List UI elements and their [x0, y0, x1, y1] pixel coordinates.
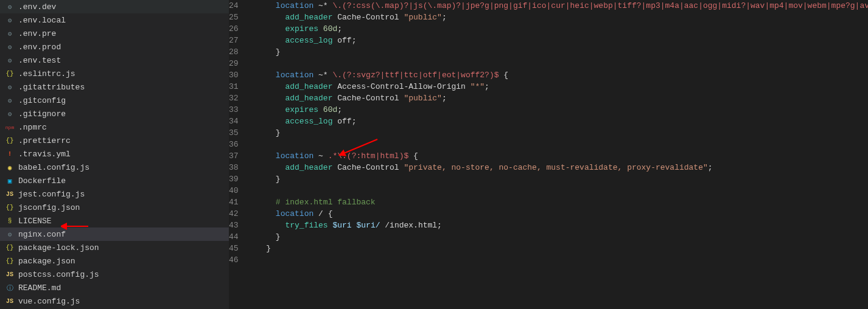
- line-number: 24: [229, 0, 239, 12]
- file-name-label: .travis.yml: [18, 150, 71, 159]
- file-item-package-lock-json[interactable]: {}package-lock.json: [0, 241, 229, 254]
- file-item-nginx-conf[interactable]: ⚙nginx.conf: [0, 227, 229, 241]
- file-name-label: README.md: [18, 283, 61, 293]
- code-line[interactable]: }: [257, 127, 868, 139]
- line-number: 30: [229, 69, 239, 81]
- code-line[interactable]: [257, 139, 868, 150]
- code-line[interactable]: location ~* \.(?:svgz?|ttf|ttc|otf|eot|w…: [257, 69, 868, 81]
- file-name-label: jsconfig.json: [18, 203, 80, 212]
- line-number: 46: [229, 254, 239, 266]
- gear-icon: ⚙: [5, 55, 15, 65]
- file-name-label: jest.config.js: [18, 190, 85, 199]
- json-icon: {}: [5, 243, 15, 252]
- code-line[interactable]: expires 60d;: [257, 23, 868, 35]
- file-item--npmrc[interactable]: npm.npmrc: [0, 120, 229, 134]
- file-name-label: vue.config.js: [18, 297, 80, 306]
- file-name-label: .prettierrc: [18, 136, 71, 145]
- code-line[interactable]: add_header Cache-Control "public";: [257, 92, 868, 104]
- line-number: 45: [229, 243, 239, 254]
- code-line[interactable]: expires 60d;: [257, 104, 868, 116]
- code-line[interactable]: add_header Cache-Control "private, no-st…: [257, 162, 868, 173]
- code-line[interactable]: add_header Access-Control-Allow-Origin "…: [257, 81, 868, 92]
- line-number: 27: [229, 35, 239, 46]
- file-name-label: postcss.config.js: [18, 270, 99, 279]
- file-name-label: Dockerfile: [18, 176, 66, 186]
- file-item--travis-yml[interactable]: !.travis.yml: [0, 147, 229, 161]
- file-item--eslintrc-js[interactable]: {}.eslintrc.js: [0, 67, 229, 80]
- file-name-label: .gitignore: [18, 109, 66, 119]
- gear-icon: ⚙: [5, 95, 15, 105]
- code-line[interactable]: access_log off;: [257, 35, 868, 46]
- file-name-label: .env.dev: [18, 2, 56, 12]
- line-number: 25: [229, 12, 239, 23]
- code-line[interactable]: try_files $uri $uri/ /index.html;: [257, 220, 868, 231]
- file-item-package-json[interactable]: {}package.json: [0, 254, 229, 268]
- code-line[interactable]: [257, 58, 868, 69]
- line-number: 37: [229, 150, 239, 162]
- gear-icon: ⚙: [5, 42, 15, 52]
- code-line[interactable]: access_log off;: [257, 116, 868, 127]
- file-item--gitconfig[interactable]: ⚙.gitconfig: [0, 94, 229, 107]
- js-icon: JS: [5, 269, 15, 279]
- gear-icon: ⚙: [5, 15, 15, 25]
- file-item-babel-config-js[interactable]: ◉babel.config.js: [0, 161, 229, 174]
- line-number: 42: [229, 208, 239, 220]
- file-name-label: .gitattributes: [18, 83, 85, 92]
- code-editor[interactable]: 2425262728293031323334353637383940414243…: [229, 0, 868, 309]
- docker-icon: ▣: [5, 176, 15, 186]
- file-item-Dockerfile[interactable]: ▣Dockerfile: [0, 174, 229, 187]
- file-name-label: .gitconfig: [18, 96, 66, 105]
- file-name-label: .eslintrc.js: [18, 69, 75, 78]
- json-icon: {}: [5, 136, 15, 145]
- code-line[interactable]: }: [257, 173, 868, 185]
- code-content[interactable]: location ~* \.(?:css(\.map)?|js(\.map)?|…: [251, 0, 868, 309]
- line-number-gutter: 2425262728293031323334353637383940414243…: [229, 0, 251, 309]
- file-item-vue-config-js[interactable]: JSvue.config.js: [0, 294, 229, 308]
- code-line[interactable]: # index.html fallback: [257, 196, 868, 208]
- code-line[interactable]: add_header Cache-Control "public";: [257, 12, 868, 23]
- line-number: 40: [229, 185, 239, 196]
- line-number: 34: [229, 116, 239, 127]
- file-item--env-test[interactable]: ⚙.env.test: [0, 54, 229, 67]
- file-item--env-prod[interactable]: ⚙.env.prod: [0, 40, 229, 54]
- code-line[interactable]: location ~ .*\.(?:htm|html)$ {: [257, 150, 868, 162]
- file-explorer[interactable]: ⚙.env.dev⚙.env.local⚙.env.pre⚙.env.prod⚙…: [0, 0, 229, 309]
- file-item--gitattributes[interactable]: ⚙.gitattributes: [0, 80, 229, 94]
- file-item--env-pre[interactable]: ⚙.env.pre: [0, 27, 229, 40]
- js-icon: JS: [5, 189, 15, 199]
- gear-icon: ⚙: [5, 82, 15, 92]
- file-item-README-md[interactable]: ⓘREADME.md: [0, 281, 229, 294]
- line-number: 44: [229, 231, 239, 243]
- line-number: 33: [229, 104, 239, 116]
- code-line[interactable]: location / {: [257, 208, 868, 220]
- gear-icon: ⚙: [5, 229, 15, 239]
- code-line[interactable]: [257, 185, 868, 196]
- line-number: 35: [229, 127, 239, 139]
- code-line[interactable]: [257, 254, 868, 266]
- js-icon: JS: [5, 296, 15, 306]
- file-item--env-dev[interactable]: ⚙.env.dev: [0, 0, 229, 13]
- yml-icon: !: [5, 149, 15, 159]
- code-line[interactable]: location ~* \.(?:css(\.map)?|js(\.map)?|…: [257, 0, 868, 12]
- file-item--gitignore[interactable]: ⚙.gitignore: [0, 107, 229, 120]
- license-icon: §: [5, 216, 15, 226]
- file-item-LICENSE[interactable]: §LICENSE: [0, 214, 229, 227]
- file-name-label: LICENSE: [18, 217, 52, 226]
- file-item--env-local[interactable]: ⚙.env.local: [0, 13, 229, 27]
- file-name-label: .env.local: [18, 16, 66, 25]
- file-item--prettierrc[interactable]: {}.prettierrc: [0, 134, 229, 147]
- code-line[interactable]: }: [257, 231, 868, 243]
- code-line[interactable]: }: [257, 46, 868, 58]
- code-line[interactable]: }: [257, 243, 868, 254]
- line-number: 38: [229, 162, 239, 173]
- babel-icon: ◉: [5, 162, 15, 172]
- line-number: 36: [229, 139, 239, 150]
- gear-icon: ⚙: [5, 109, 15, 119]
- file-item-postcss-config-js[interactable]: JSpostcss.config.js: [0, 268, 229, 281]
- file-name-label: .env.pre: [18, 29, 56, 38]
- file-item-jest-config-js[interactable]: JSjest.config.js: [0, 187, 229, 201]
- line-number: 32: [229, 92, 239, 104]
- file-name-label: nginx.conf: [18, 230, 66, 239]
- json-icon: {}: [5, 69, 15, 78]
- file-item-jsconfig-json[interactable]: {}jsconfig.json: [0, 201, 229, 214]
